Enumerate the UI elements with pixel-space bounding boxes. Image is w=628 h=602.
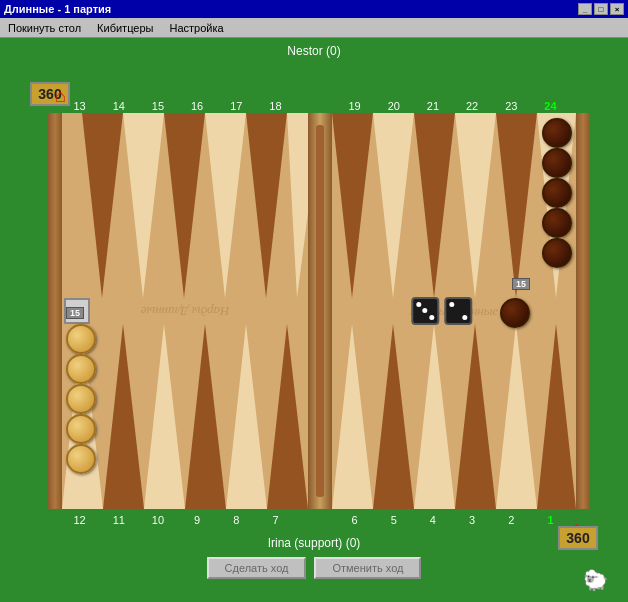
svg-marker-16 (496, 113, 537, 298)
checker-light-1[interactable] (66, 324, 96, 354)
num-15: 15 (138, 100, 177, 112)
num-6: 6 (335, 514, 374, 526)
close-button[interactable]: × (610, 3, 624, 15)
left-border (48, 113, 62, 509)
num-18: 18 (256, 100, 295, 112)
num-12: 12 (60, 514, 99, 526)
checker-dark-2[interactable] (542, 148, 572, 178)
num-3: 3 (453, 514, 492, 526)
window-controls: _ □ × (578, 3, 624, 15)
bottom-numbers-right: 6 5 4 3 2 1 (325, 514, 570, 526)
checker-light-5[interactable] (66, 444, 96, 474)
action-buttons: Сделать ход Отменить ход (0, 557, 628, 579)
num-16: 16 (178, 100, 217, 112)
svg-marker-18 (332, 324, 373, 509)
svg-marker-0 (82, 113, 123, 298)
num-22: 22 (453, 100, 492, 112)
make-move-button[interactable]: Сделать ход (207, 557, 307, 579)
num-11: 11 (99, 514, 138, 526)
board[interactable]: Нарды Длинные 1 15 (48, 113, 590, 509)
svg-marker-9 (185, 324, 226, 509)
die-empty (462, 308, 467, 313)
die-left (411, 297, 439, 325)
dice-container (411, 297, 472, 325)
checker-light-3[interactable] (66, 384, 96, 414)
svg-marker-3 (205, 113, 246, 298)
ornament-left: Нарды Длинные (141, 303, 230, 319)
svg-marker-14 (414, 113, 455, 298)
svg-marker-8 (144, 324, 185, 509)
title-bar: Длинные - 1 партия _ □ × (0, 0, 628, 18)
num-19: 19 (335, 100, 374, 112)
svg-marker-15 (455, 113, 496, 298)
svg-marker-20 (414, 324, 455, 509)
num-9: 9 (178, 514, 217, 526)
animal-icon: 🐑 (583, 568, 608, 592)
num-7: 7 (256, 514, 295, 526)
maximize-button[interactable]: □ (594, 3, 608, 15)
player-top-name: Nestor (0) (287, 44, 340, 58)
die-empty (423, 302, 428, 307)
die-empty (456, 302, 461, 307)
num-14: 14 (99, 100, 138, 112)
num-2: 2 (492, 514, 531, 526)
divider-bar (316, 125, 324, 497)
window-title: Длинные - 1 партия (4, 3, 111, 15)
die-empty (423, 315, 428, 320)
die-dot (429, 315, 434, 320)
die-dot (423, 308, 428, 313)
checker-dark-4[interactable] (542, 208, 572, 238)
menu-settings[interactable]: Настройка (165, 21, 227, 35)
checker-light-2[interactable] (66, 354, 96, 384)
num-13: 13 (60, 100, 99, 112)
menu-leave[interactable]: Покинуть стол (4, 21, 85, 35)
menu-bar: Покинуть стол Кибитцеры Настройка (0, 18, 628, 38)
svg-marker-22 (496, 324, 537, 509)
top-numbers-left: 13 14 15 16 17 18 (50, 100, 295, 112)
die-empty (456, 308, 461, 313)
svg-marker-5 (287, 113, 308, 298)
checker-dark-3[interactable] (542, 178, 572, 208)
cancel-move-button[interactable]: Отменить ход (314, 557, 421, 579)
die-dot (449, 302, 454, 307)
num-24: 24 (531, 100, 570, 112)
num-1: 1 (531, 514, 570, 526)
die-dot (462, 315, 467, 320)
die-empty (429, 302, 434, 307)
num-21: 21 (413, 100, 452, 112)
svg-marker-12 (332, 113, 373, 298)
checker-dark-single[interactable] (500, 298, 530, 328)
board-divider (308, 113, 332, 509)
board-left[interactable]: Нарды Длинные 1 15 (62, 113, 308, 509)
svg-marker-7 (103, 324, 144, 509)
num-5: 5 (374, 514, 413, 526)
svg-marker-19 (373, 324, 414, 509)
svg-marker-13 (373, 113, 414, 298)
svg-marker-4 (246, 113, 287, 298)
svg-marker-23 (537, 324, 576, 509)
num-8: 8 (217, 514, 256, 526)
die-empty (449, 315, 454, 320)
checker-dark-5[interactable] (542, 238, 572, 268)
die-empty (429, 308, 434, 313)
num-23: 23 (492, 100, 531, 112)
die-empty (449, 308, 454, 313)
num-4: 4 (413, 514, 452, 526)
menu-kibitzers[interactable]: Кибитцеры (93, 21, 157, 35)
bottom-numbers-left: 12 11 10 9 8 7 (50, 514, 295, 526)
game-area: Nestor (0) 360 ⌂ 13 14 15 16 17 18 19 20… (0, 38, 628, 602)
checker-dark-1[interactable] (542, 118, 572, 148)
num-10: 10 (138, 514, 177, 526)
die-empty (416, 308, 421, 313)
minimize-button[interactable]: _ (578, 3, 592, 15)
die-empty (416, 315, 421, 320)
svg-marker-21 (455, 324, 496, 509)
svg-marker-2 (164, 113, 205, 298)
board-right[interactable]: Нарды Длинные 15 (332, 113, 576, 509)
die-dot (416, 302, 421, 307)
die-empty (456, 315, 461, 320)
checker-light-count: 15 (66, 307, 84, 319)
checker-light-4[interactable] (66, 414, 96, 444)
num-20: 20 (374, 100, 413, 112)
svg-marker-1 (123, 113, 164, 298)
